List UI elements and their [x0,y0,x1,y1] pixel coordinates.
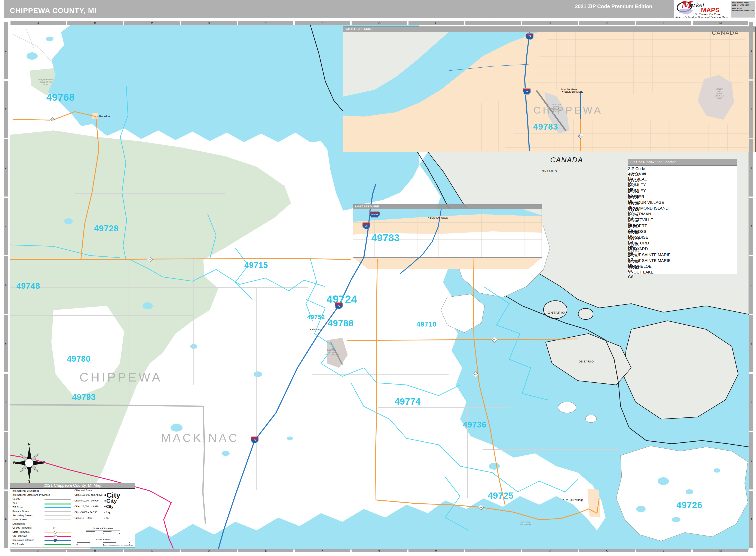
grid-col-H-top: H [408,22,464,25]
legend-item-toll-roads: Toll Roads [12,543,24,546]
zip-index-cell: 49725 [628,196,737,200]
zip-index-row: 49788KINCHELOEG6 [628,259,737,265]
grid-row-4-right: 4 [749,198,753,255]
scale-mi-tick-0: 0 [76,544,78,546]
grid-row-1-left: 1 [4,22,8,79]
grid-col-J-bottom: J [522,549,578,552]
legend-copyright: 2021 © Intelligent Direct, Inc. Wellsbor… [104,545,133,546]
grid-col-H-bottom: H [408,549,464,552]
grid-col-D-bottom: D [181,549,237,552]
locator-title: SAULT STE MARIE [354,205,379,208]
grid-col-I-bottom: I [465,549,521,552]
grid-col-F-top: F [295,22,350,25]
scale-km-tick-6: 6 [119,532,121,535]
locator-box-interior [353,209,542,269]
grid-row-2-right: 2 [749,81,753,138]
scale-km-title: Scale in Kilometers [93,527,113,530]
grid-row-2-left: 2 [4,81,8,138]
grid-row-7-right: 7 [749,374,753,431]
marketmaps-logo: M arket MAPS On Target. On Time. America… [673,0,756,19]
inset-title: SAULT STE MARIE [345,27,375,31]
legend-item-minor-streets: Minor Streets [12,518,27,521]
legend-city-sample-1: City [104,498,117,504]
zip-index-cell: 49710 [628,172,737,177]
contact-call-1: CALL US TOLL FREE! [732,2,755,4]
zip-index-row: 49768PARADISEB2 [628,230,737,236]
contact-email-1: EMAIL US AT: [732,7,755,10]
legend-line-sample-13 [44,544,71,545]
zip-index-cell: 49793 [628,265,737,270]
grid-col-C-bottom: C [124,549,180,552]
zip-index-row: 49752KINROSSG6 [628,224,737,230]
grid-row-8-left: 8 [4,432,8,489]
scale-seg [95,531,103,532]
legend-city-dot [104,518,105,519]
scale-km-tick-0: 0 [86,532,87,535]
zip-index-row: 49780RUDYARDD6 [628,242,737,248]
legend-city-label-0: Cities 100,000 and Above [74,493,102,496]
grid-row-6-right: 6 [749,315,753,372]
zip-index-cell: 49726 [628,201,737,206]
legend-item-secondary-streets: Secondary Streets [12,514,33,517]
grid-col-J-top: J [522,22,578,25]
legend-city-text: City [106,511,110,514]
zip-index-row: 49736GOETZVILLEI8 [628,213,737,218]
zip-index-cell: 49724 [628,190,737,195]
legend-item-us-highways: US Highways [12,534,27,537]
grid-row-9-right: 9 [749,491,753,548]
grid-col-L-top: L [636,22,692,25]
legend-city-text: City [106,498,117,504]
zip-index-cell: 49774 [628,236,737,241]
zip-index-cell: 49783 [628,254,737,258]
legend-item-state: State [12,502,18,505]
grid-col-D-top: D [181,22,237,25]
edition-label: 2021 ZIP Code Premium Edition [547,3,652,9]
locator-title-bar: SAULT STE MARIE [353,204,542,209]
header-bar: CHIPPEWA COUNTY, MI 2021 ZIP Code Premiu… [4,0,673,18]
grid-col-K-bottom: K [579,549,635,552]
grid-row-7-left: 7 [4,374,8,431]
legend-city-label-3: Cities 5,000 - 24,999 [74,511,97,514]
legend-city-sample-4: City [104,517,109,519]
grid-col-I-top: I [465,22,521,25]
grid-row-5-right: 5 [749,256,753,314]
legend-city-dot [104,512,105,513]
legend-line-sample-3 [44,503,71,505]
scale-seg [103,531,111,532]
logo-tagline: On Target. On Time. [695,13,721,15]
zip-index-cell: 49780 [628,242,737,247]
legend-cities-title: Cities and Towns [74,489,92,492]
legend-title: 2021 Chippewa County, MI Map [44,483,101,488]
grid-row-9-left: 9 [4,491,8,548]
legend-city-dot [104,500,106,501]
scale-mi-bar [77,542,130,543]
zip-index-row: 49728ECKERMANB4 [628,207,737,213]
grid-col-M-bottom: M [693,549,748,552]
marketmaps-logo-graphic: M arket MAPS On Target. On Time. America… [675,0,730,19]
legend-line-sample-8 [44,524,71,524]
legend-city-label-1: Cities 50,000 - 99,999 [74,499,99,502]
legend-shield-sample-12 [54,539,57,542]
legend-item-state-highways: State Highways [12,530,30,533]
zip-index-cell: TROUT LAKE [628,270,737,275]
legend-city-text: City [106,517,109,519]
zip-index-cell: 49752 [628,224,737,229]
zip-index-cell: 49788 [628,259,737,264]
grid-col-B-bottom: B [67,549,123,552]
zip-index-table: ZIP CodeZIP NameLOC49710BARBEAUI649715BR… [628,165,737,274]
legend-shield-sample-9: 123 [53,527,57,529]
grid-col-A-top: A [10,22,66,25]
legend-city-sample-3: City [104,511,110,514]
zip-index-cell: 49783 [628,248,737,252]
legend-shield-sample-10: 123 [54,530,57,534]
zip-index-cell: 49715 [628,184,737,188]
legend-city-sample-2: City [104,505,113,509]
legend-city-dot [104,494,106,496]
zip-index-row: 49783SAULT SAINTE MARIEK2 [628,248,737,254]
scale-km-tick-3: 3 [102,532,104,535]
zip-index-row: 49726DRUMMOND ISLANDM8 [628,201,737,207]
zip-index-row: 49724DAFTERG5 [628,190,737,196]
logo-contact-box: CALL US TOLL FREE! 1-888-434-MAPS (6277)… [731,1,755,18]
legend-item-international-boundaries: International Boundaries [12,489,39,492]
grid-col-M-top: M [693,22,748,25]
